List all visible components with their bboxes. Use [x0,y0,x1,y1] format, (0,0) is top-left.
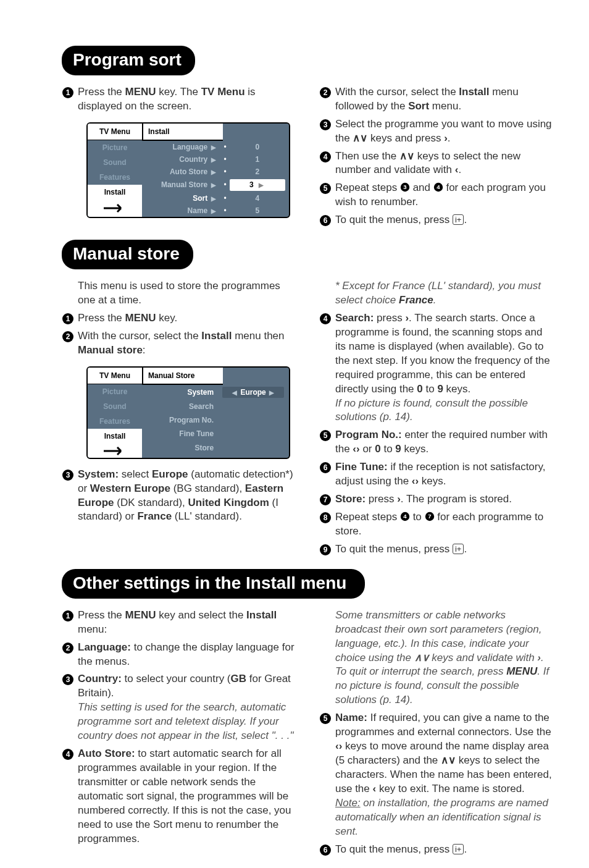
os-step-1: 1 Press the MENU key and select the Inst… [62,609,294,637]
ms-step-6: 6 Fine Tune: if the reception is not sat… [319,460,552,489]
os-step-5: 5 Name: If required, you can give a name… [319,711,552,838]
ms-step-3: 3 System: select Europe (automatic detec… [62,468,294,525]
step-number-1-icon: 1 [62,86,74,99]
svg-text:1: 1 [66,314,70,323]
svg-text:7: 7 [428,513,431,520]
install-menu-screenshot: TV Menu Picture Sound Features Install I… [86,122,290,218]
step-number-6-icon: 6 [319,461,332,474]
step-number-6-icon: 6 [319,214,332,227]
step-ref-4-icon: 4 [400,512,410,521]
svg-text:5: 5 [324,714,328,723]
info-key-icon: i+ [453,214,464,225]
ms-step-4: 4 Search: press ›. The search starts. On… [319,311,552,425]
svg-text:1: 1 [66,88,70,97]
svg-text:3: 3 [403,184,406,191]
ps-step-1: 1 Press the MENU key. The TV Menu is dis… [62,85,294,114]
svg-text:6: 6 [324,846,328,854]
section-title-other-settings: Other settings in the Install menu [62,569,365,599]
section-title-manual-store: Manual store [62,240,193,269]
info-key-icon: i+ [453,844,464,854]
arrow-right-icon [102,201,127,215]
ps-step-2: 2 With the cursor, select the Install me… [319,85,552,114]
ps-step-4: 4 Then use the ∧∨ keys to select the new… [319,150,552,178]
svg-text:4: 4 [324,153,328,161]
step-number-6-icon: 6 [319,844,332,856]
svg-text:4: 4 [437,184,440,191]
step-number-4-icon: 4 [62,748,74,761]
svg-text:3: 3 [324,120,328,129]
step-number-5-icon: 5 [319,429,332,442]
svg-text:5: 5 [324,184,328,193]
step-number-2-icon: 2 [319,86,332,99]
step-ref-3-icon: 3 [400,182,410,192]
os-step-4: 4 Auto Store: to start automatic search … [62,747,294,846]
step-number-8-icon: 8 [319,512,332,524]
os-step-6: 6 To quit the menus, press i+. [319,843,552,857]
svg-text:3: 3 [66,675,70,684]
step-number-5-icon: 5 [319,182,332,195]
step-number-1-icon: 1 [62,610,74,622]
svg-text:7: 7 [324,495,328,504]
step-number-4-icon: 4 [319,313,332,325]
step-number-9-icon: 9 [319,544,332,556]
step-number-4-icon: 4 [319,151,332,163]
step-number-3-icon: 3 [319,119,332,131]
ms-step-8: 8 Repeat steps 4 to 7 for each programme… [319,510,552,539]
svg-text:2: 2 [66,332,70,341]
svg-text:4: 4 [66,750,70,759]
ms-intro: This menu is used to store the programme… [62,279,294,308]
os-step-2: 2 Language: to change the display langua… [62,641,294,669]
step-number-1-icon: 1 [62,313,74,325]
arrow-right-icon [102,444,127,458]
ps-step-3: 3 Select the programme you want to move … [319,117,552,146]
ps-step-5: 5 Repeat steps 3 and 4 for each program … [319,181,552,209]
svg-text:6: 6 [324,216,328,225]
ms-step-5: 5 Program No.: enter the required number… [319,428,552,457]
svg-text:6: 6 [324,463,328,472]
ms-footnote: * Except for France (LL' standard), you … [319,279,552,308]
svg-text:3: 3 [66,471,70,479]
step-number-7-icon: 7 [319,494,332,506]
svg-text:2: 2 [66,644,70,652]
svg-text:4: 4 [324,314,328,323]
ms-step-9: 9 To quit the menus, press i+. [319,542,552,557]
os-step-3: 3 Country: to select your country (GB fo… [62,672,294,743]
ps-step-6: 6 To quit the menus, press i+. [319,213,552,227]
os-note: Some transmitters or cable networks broa… [319,609,552,708]
svg-text:9: 9 [324,546,328,554]
ms-step-1: 1 Press the MENU key. [62,311,294,326]
ms-step-2: 2 With the cursor, select the Install me… [62,329,294,358]
section-title-program-sort: Program sort [62,46,195,75]
step-number-2-icon: 2 [62,642,74,654]
step-ref-4-icon: 4 [433,182,443,192]
info-key-icon: i+ [453,544,464,554]
svg-text:2: 2 [324,88,328,97]
step-number-5-icon: 5 [319,712,332,725]
svg-text:1: 1 [66,612,70,620]
manual-store-menu-screenshot: TV Menu Picture Sound Features Install M… [86,366,290,459]
step-number-3-icon: 3 [62,673,74,686]
ms-step-7: 7 Store: press ›. The program is stored. [319,492,552,507]
svg-text:8: 8 [324,513,328,522]
step-number-2-icon: 2 [62,331,74,343]
svg-text:4: 4 [403,513,407,520]
step-number-3-icon: 3 [62,469,74,481]
svg-text:5: 5 [324,431,328,440]
step-ref-7-icon: 7 [425,512,435,521]
